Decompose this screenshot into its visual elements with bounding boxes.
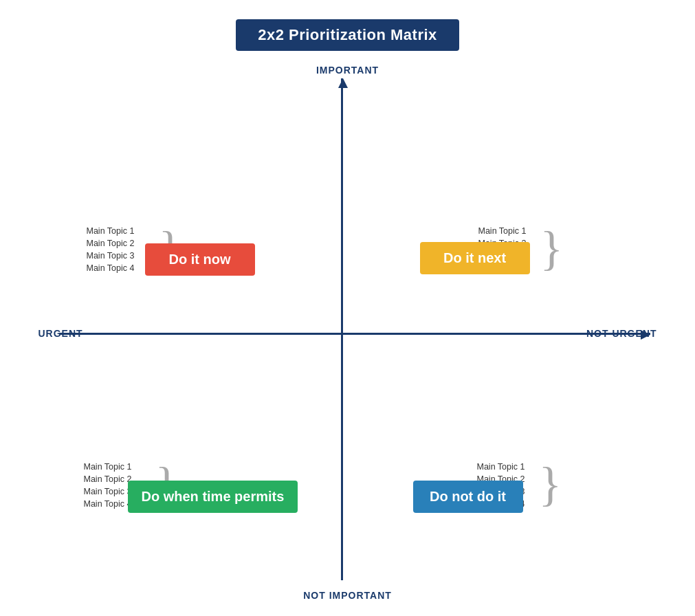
label-important: IMPORTANT xyxy=(316,65,379,76)
do-not-do-it-button[interactable]: Do not do it xyxy=(413,481,523,513)
vertical-axis xyxy=(341,78,343,580)
topic-item: Main Topic 4 xyxy=(84,499,132,509)
topic-item: Main Topic 1 xyxy=(477,462,525,472)
do-it-next-button[interactable]: Do it next xyxy=(420,242,530,274)
do-when-time-permits-button[interactable]: Do when time permits xyxy=(128,481,298,513)
label-not-important: NOT IMPORTANT xyxy=(303,590,392,601)
topic-item: Main Topic 4 xyxy=(87,263,135,273)
bracket-top-right: } xyxy=(540,225,564,273)
topic-item: Main Topic 3 xyxy=(84,487,132,496)
topic-item: Main Topic 2 xyxy=(87,239,135,248)
label-not-urgent: NOT URGENT xyxy=(586,328,657,339)
topic-item: Main Topic 3 xyxy=(87,251,135,261)
topic-item: Main Topic 1 xyxy=(478,226,527,236)
do-it-now-button[interactable]: Do it now xyxy=(145,243,255,276)
matrix-container: IMPORTANT NOT IMPORTANT URGENT NOT URGEN… xyxy=(38,65,657,601)
topic-list-top-left: Main Topic 1 Main Topic 2 Main Topic 3 M… xyxy=(87,226,135,273)
topic-item: Main Topic 1 xyxy=(87,226,135,236)
horizontal-axis xyxy=(59,333,650,335)
topic-list-bottom-left: Main Topic 1 Main Topic 2 Main Topic 3 M… xyxy=(84,462,132,509)
label-urgent: URGENT xyxy=(38,328,83,339)
arrow-up-icon xyxy=(338,78,348,88)
bracket-bottom-right: } xyxy=(539,461,562,509)
topic-item: Main Topic 1 xyxy=(84,462,132,472)
topic-item: Main Topic 2 xyxy=(84,474,132,484)
page-title: 2x2 Prioritization Matrix xyxy=(236,19,459,51)
